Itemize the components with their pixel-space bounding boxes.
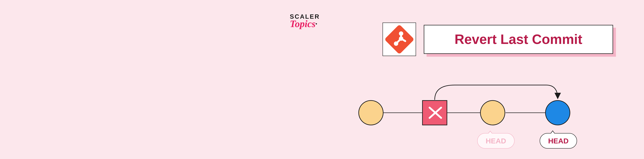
- head-label-old: HEAD: [477, 133, 514, 148]
- commit-node: [480, 100, 505, 125]
- git-icon: [384, 24, 414, 54]
- page-title: Revert Last Commit: [454, 32, 582, 47]
- svg-point-3: [394, 41, 398, 46]
- title-area: Revert Last Commit: [382, 22, 613, 56]
- commit-diagram: HEAD HEAD: [357, 84, 576, 151]
- logo-line2: Topics: [290, 20, 320, 27]
- commit-node: [359, 100, 383, 125]
- svg-point-5: [399, 31, 403, 36]
- title-box: Revert Last Commit: [424, 25, 613, 54]
- head-commit-node: [546, 100, 570, 125]
- git-icon-box: [382, 22, 416, 56]
- brand-logo: SCALER Topics: [290, 14, 320, 27]
- svg-point-4: [399, 36, 403, 41]
- head-label-new: HEAD: [540, 133, 577, 148]
- revert-arrow: [435, 85, 558, 100]
